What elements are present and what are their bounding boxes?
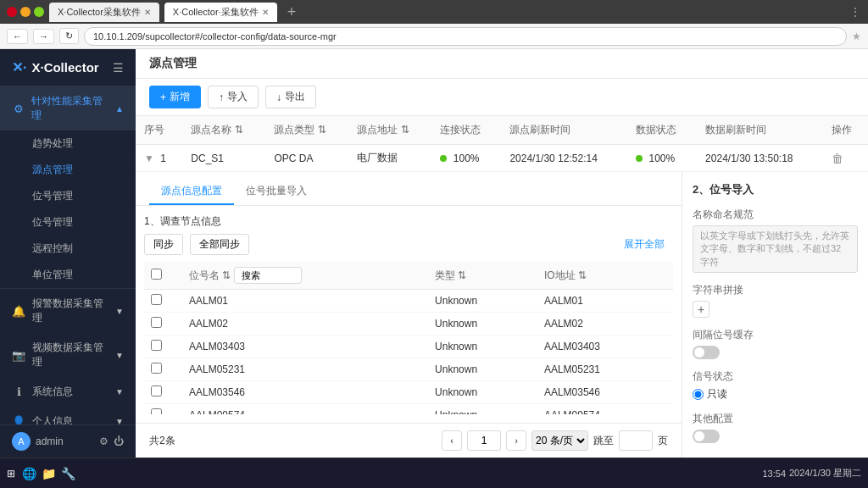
new-tab-button[interactable]: + — [287, 3, 297, 21]
point-check-cell[interactable] — [144, 404, 169, 415]
alarm-chevron: ▼ — [115, 307, 124, 316]
window-controls[interactable] — [7, 7, 44, 17]
th-type[interactable]: 源点类型 ⇅ — [265, 116, 348, 145]
other-config-toggle[interactable] — [693, 430, 720, 443]
point-checkbox[interactable] — [151, 385, 162, 396]
add-button[interactable]: + 新增 — [149, 86, 201, 108]
import-button[interactable]: ↑ 导入 — [208, 86, 259, 108]
sidebar-item-sysinfo[interactable]: ℹ 系统信息 ▼ — [0, 377, 136, 407]
sidebar-item-position[interactable]: 位号管理 — [0, 209, 136, 236]
th-point-type[interactable]: 类型 ⇅ — [428, 262, 537, 290]
signal-radio-group: 只读 — [693, 387, 858, 402]
settings-icon[interactable]: ⋮ — [849, 5, 861, 19]
sync-button[interactable]: 同步 — [144, 234, 183, 255]
point-check-cell[interactable] — [144, 313, 169, 336]
point-expand-cell — [169, 313, 182, 336]
start-button[interactable]: ⊞ — [7, 468, 15, 480]
th-index: 序号 — [136, 116, 182, 145]
import-label: 导入 — [227, 90, 248, 104]
th-point-name[interactable]: 位号名 ⇅ — [182, 262, 428, 290]
sidebar-item-source[interactable]: 源点管理 — [0, 157, 136, 183]
th-name[interactable]: 源点名称 ⇅ — [182, 116, 265, 145]
sidebar-item-remote[interactable]: 远程控制 — [0, 236, 136, 262]
tab-close-1[interactable]: ✕ — [144, 8, 151, 17]
prev-page-button[interactable]: ‹ — [442, 430, 462, 451]
point-check-cell[interactable] — [144, 381, 169, 404]
row-expand[interactable]: ▼ 1 — [136, 145, 182, 172]
th-data-refresh: 数据刷新时间 — [697, 116, 823, 145]
sidebar-item-trend[interactable]: 趋势处理 — [0, 130, 136, 157]
sidebar-menu-icon[interactable]: ☰ — [113, 61, 124, 75]
tab-batch-import[interactable]: 位号批量导入 — [234, 179, 319, 205]
sidebar-item-tag[interactable]: 位号管理 — [0, 183, 136, 209]
tab-close-2[interactable]: ✕ — [262, 8, 269, 17]
taskbar-icon-2[interactable]: 📁 — [42, 467, 56, 480]
point-expand-cell — [169, 290, 182, 313]
point-check-cell[interactable] — [144, 336, 169, 358]
point-check-cell[interactable] — [144, 358, 169, 381]
point-checkbox[interactable] — [151, 294, 162, 305]
data-status-value: 100% — [649, 152, 676, 164]
expand-all-button[interactable]: 展开全部 — [615, 235, 673, 254]
data-status-dot — [636, 155, 643, 162]
sidebar-item-collection[interactable]: ⚙ 针对性能采集管理 ▲ — [0, 86, 136, 130]
row-type: OPC DA — [265, 145, 348, 172]
other-config-label: 其他配置 — [693, 412, 858, 426]
data-table: 序号 源点名称 ⇅ 源点类型 ⇅ 源点地址 ⇅ 连接状态 源点刷新时间 数据状态… — [136, 116, 868, 172]
conn-status-dot — [440, 155, 447, 162]
tab-source-config[interactable]: 源点信息配置 — [149, 179, 234, 205]
forward-button[interactable]: → — [33, 29, 54, 44]
goto-page-input[interactable] — [619, 430, 653, 451]
check-all[interactable] — [151, 269, 162, 280]
point-search-input[interactable] — [234, 267, 302, 284]
sidebar-item-alarm[interactable]: 🔔 报警数据采集管理 ▼ — [0, 289, 136, 333]
point-section-title: 1、调查节点信息 — [144, 214, 673, 229]
th-address[interactable]: 源点地址 ⇅ — [348, 116, 431, 145]
settings-small-icon[interactable]: ⚙ — [99, 435, 108, 447]
export-button[interactable]: ↓ 导出 — [265, 86, 316, 108]
point-checkbox[interactable] — [151, 317, 162, 328]
page-size-select[interactable]: 20 条/页 — [531, 430, 588, 451]
point-checkbox[interactable] — [151, 408, 162, 414]
alarm-icon: 🔔 — [12, 305, 25, 318]
interval-label: 间隔位号缓存 — [693, 328, 858, 342]
browser-tab-2[interactable]: X·Collector·采集软件 ✕ — [164, 3, 277, 22]
maximize-button[interactable] — [34, 7, 44, 17]
point-checkbox[interactable] — [151, 363, 162, 374]
taskbar-icon-1[interactable]: 🌐 — [22, 467, 36, 480]
th-point-address[interactable]: IO地址 ⇅ — [537, 262, 673, 290]
refresh-button[interactable]: ↻ — [59, 28, 79, 44]
delete-button[interactable]: 🗑 — [832, 152, 843, 165]
back-button[interactable]: ← — [7, 29, 28, 44]
page-number-input[interactable] — [467, 430, 501, 451]
toggle-slider — [693, 346, 720, 359]
taskbar-icon-3[interactable]: 🔧 — [61, 467, 75, 480]
bookmark-icon[interactable]: ★ — [852, 30, 861, 42]
minimize-button[interactable] — [20, 7, 31, 17]
expand-icon[interactable]: ▼ — [144, 152, 154, 164]
browser-tab-1[interactable]: X·Collector采集软件 ✕ — [49, 3, 159, 22]
th-conn: 连接状态 — [431, 116, 501, 145]
taskbar-time: 13:54 — [762, 469, 786, 479]
power-icon[interactable]: ⏻ — [114, 435, 124, 447]
sidebar-item-unit[interactable]: 单位管理 — [0, 262, 136, 288]
sidebar-item-collection-label: 针对性能采集管理 — [31, 94, 108, 123]
sidebar-item-sysinfo-label: 系统信息 — [32, 385, 73, 399]
radio-readonly[interactable]: 只读 — [693, 387, 727, 402]
other-toggle-slider — [693, 430, 720, 443]
sidebar-item-video[interactable]: 📷 视频数据采集管理 ▼ — [0, 333, 136, 377]
add-separator-button[interactable]: + — [693, 301, 709, 318]
row-action[interactable]: 🗑 — [823, 145, 868, 172]
close-button[interactable] — [7, 7, 17, 17]
all-same-button[interactable]: 全部同步 — [190, 234, 249, 255]
point-type-cell: Unknown — [428, 404, 537, 415]
point-expand-cell — [169, 336, 182, 358]
point-check-cell[interactable] — [144, 290, 169, 313]
signal-state-label: 信号状态 — [693, 369, 858, 384]
address-input[interactable] — [84, 27, 847, 46]
next-page-button[interactable]: › — [506, 430, 526, 451]
point-checkbox[interactable] — [151, 340, 162, 351]
interval-toggle[interactable] — [693, 346, 720, 359]
radio-readonly-input[interactable] — [693, 389, 704, 400]
separator-label: 字符串拼接 — [693, 283, 858, 297]
